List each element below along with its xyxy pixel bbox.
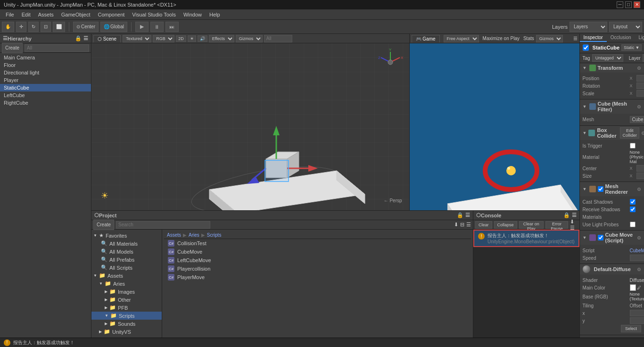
rot-x-input[interactable]: 0 — [636, 83, 644, 89]
gizmos-game-select[interactable]: Gizmos — [536, 35, 563, 42]
tree-other[interactable]: ▶ 📁 Other — [91, 296, 162, 304]
hier-item-right-cube[interactable]: RightCube — [0, 99, 91, 107]
is-trigger-check[interactable] — [630, 143, 636, 149]
bread-assets[interactable]: Assets — [167, 232, 181, 238]
hier-item-floor[interactable]: Floor — [0, 61, 91, 69]
color-swatch[interactable] — [630, 284, 636, 291]
menu-assets[interactable]: Assets — [34, 11, 58, 18]
scale-tool-btn[interactable]: ⊡ — [41, 22, 51, 32]
layers-select[interactable]: Layers — [570, 22, 607, 32]
game-tab[interactable]: 🎮 Game — [412, 35, 440, 42]
object-enabled-check[interactable] — [583, 44, 589, 51]
hierarchy-lock-icon[interactable]: 🔒 — [75, 35, 82, 41]
maximize-on-play-btn[interactable]: Maximize on Play — [483, 36, 520, 41]
file-collision-test[interactable]: C# CollisionTest — [164, 239, 471, 248]
center-btn[interactable]: ⊙ Center — [73, 22, 99, 32]
cube-move-header[interactable]: ▼ Cube Move (Script) ⚙ — [580, 231, 644, 245]
project-filter-icon[interactable]: ⊟ — [460, 222, 464, 228]
file-cube-move[interactable]: C# CubeMove — [164, 248, 471, 256]
tab-lightmap[interactable]: Lightmap — [635, 34, 644, 42]
box-collider-gear-icon[interactable]: ⚙ — [641, 131, 644, 136]
cube-move-foldout[interactable]: ▼ — [583, 235, 587, 240]
box-collider-foldout[interactable]: ▼ — [583, 131, 587, 135]
lights-btn[interactable]: ☀ — [188, 35, 196, 42]
play-btn[interactable]: ▶ — [135, 22, 149, 32]
material-select-btn[interactable]: Select — [621, 325, 641, 332]
close-btn[interactable]: ✕ — [634, 1, 640, 8]
move-tool-btn[interactable]: ✛ — [16, 22, 26, 32]
render-mode-select[interactable]: Textured — [123, 35, 151, 42]
scene-search[interactable] — [264, 35, 292, 42]
static-badge[interactable]: Static ▼ — [621, 44, 642, 51]
script-link[interactable]: CubeMove — [630, 248, 644, 253]
console-lock-icon[interactable]: 🔒 — [563, 212, 570, 218]
menu-file[interactable]: File — [2, 11, 18, 18]
mesh-renderer-foldout[interactable]: ▼ — [583, 187, 587, 191]
rect-tool-btn[interactable]: ⬜ — [53, 22, 65, 32]
mesh-filter-header[interactable]: ▼ Cube (Mesh Filter) ⚙ — [580, 99, 644, 114]
cast-shadows-check[interactable] — [630, 199, 636, 205]
project-search[interactable] — [116, 221, 210, 229]
cube-move-gear-icon[interactable]: ⚙ — [637, 235, 641, 240]
mesh-renderer-check[interactable] — [598, 186, 603, 192]
tree-assets[interactable]: ▼ 📁 Assets — [91, 272, 162, 280]
project-menu-icon[interactable]: ☰ — [465, 212, 470, 218]
project-create-btn[interactable]: Create — [93, 220, 114, 230]
color-picker-icon[interactable]: 🖊 — [637, 285, 641, 290]
tree-scripts[interactable]: ▼ 📁 Scripts — [91, 312, 162, 320]
aspect-select[interactable]: Free Aspect — [444, 35, 479, 42]
mesh-renderer-header[interactable]: ▼ Mesh Renderer ⚙ — [580, 182, 644, 196]
tree-all-scripts[interactable]: 🔍 All Scripts — [91, 264, 162, 272]
stats-btn[interactable]: Stats — [523, 36, 534, 41]
console-menu-icon[interactable]: ☰ — [572, 212, 577, 218]
sx-input[interactable]: 1 — [636, 173, 644, 179]
maximize-btn[interactable]: □ — [625, 1, 632, 8]
tag-select[interactable]: Untagged — [592, 54, 623, 62]
hierarchy-menu-icon[interactable]: ☰ — [83, 35, 88, 41]
transform-gear-icon[interactable]: ⚙ — [637, 66, 641, 71]
material-gear-icon[interactable]: ⚙ — [637, 267, 641, 272]
menu-window[interactable]: Window — [180, 11, 206, 18]
hier-item-static-cube[interactable]: StaticCube — [0, 84, 91, 91]
cube-move-check[interactable] — [598, 235, 603, 240]
tiling-x-input[interactable]: 1 — [630, 310, 644, 316]
console-collapse-btn[interactable]: Collapse — [494, 221, 517, 229]
tree-all-prefabs[interactable]: 🔍 All Prefabs — [91, 256, 162, 264]
tree-unityvs[interactable]: ▶ 📁 UnityVS — [91, 328, 162, 336]
color-mode-select[interactable]: RGB — [153, 35, 174, 42]
project-sort-icon[interactable]: ⬇ — [454, 222, 458, 228]
mesh-filter-gear-icon[interactable]: ⚙ — [637, 104, 641, 109]
bread-scripts[interactable]: Scripts — [207, 232, 222, 238]
2d-btn[interactable]: 2D — [176, 35, 186, 42]
receive-shadows-check[interactable] — [630, 207, 636, 212]
project-lock-icon[interactable]: 🔒 — [457, 212, 463, 218]
tree-sounds[interactable]: ▶ 📁 Sounds — [91, 320, 162, 328]
cx-input[interactable]: 0 — [636, 165, 644, 172]
hierarchy-create-btn[interactable]: Create — [2, 43, 23, 53]
menu-edit[interactable]: Edit — [18, 11, 34, 18]
console-error-pause-btn[interactable]: Error Pause — [545, 221, 568, 229]
console-clear-on-play-btn[interactable]: Clear on Play — [519, 221, 544, 229]
box-collider-header[interactable]: ▼ Box Collider Edit Collider ⚙ — [580, 126, 644, 140]
audio-btn[interactable]: 🔊 — [198, 35, 207, 42]
tab-inspector[interactable]: Inspector — [580, 34, 607, 42]
menu-help[interactable]: Help — [206, 11, 224, 18]
edit-collider-btn[interactable]: Edit Collider — [620, 127, 639, 139]
hier-item-main-camera[interactable]: Main Camera — [0, 54, 91, 61]
console-clear-btn[interactable]: Clear — [475, 221, 492, 229]
pause-btn[interactable]: ⏸ — [150, 22, 164, 32]
hier-item-player[interactable]: Player — [0, 76, 91, 84]
minimize-btn[interactable]: ─ — [617, 1, 623, 8]
scale-x-input[interactable]: 15 — [636, 90, 644, 97]
project-more-icon[interactable]: ☰ — [466, 222, 471, 228]
hierarchy-search[interactable] — [25, 44, 89, 52]
menu-component[interactable]: Component — [94, 11, 128, 18]
tree-all-materials[interactable]: 🔍 All Materials — [91, 240, 162, 248]
file-player-move[interactable]: C# PlayerMove — [164, 273, 471, 281]
effects-select[interactable]: Effects — [209, 35, 234, 42]
material-header[interactable]: Default-Diffuse ⚙ — [580, 264, 644, 274]
mesh-filter-foldout[interactable]: ▼ — [583, 104, 587, 109]
file-player-collision[interactable]: C# Playercollision — [164, 264, 471, 273]
transform-foldout[interactable]: ▼ — [583, 66, 587, 70]
tab-occlusion[interactable]: Occlusion — [607, 34, 635, 42]
